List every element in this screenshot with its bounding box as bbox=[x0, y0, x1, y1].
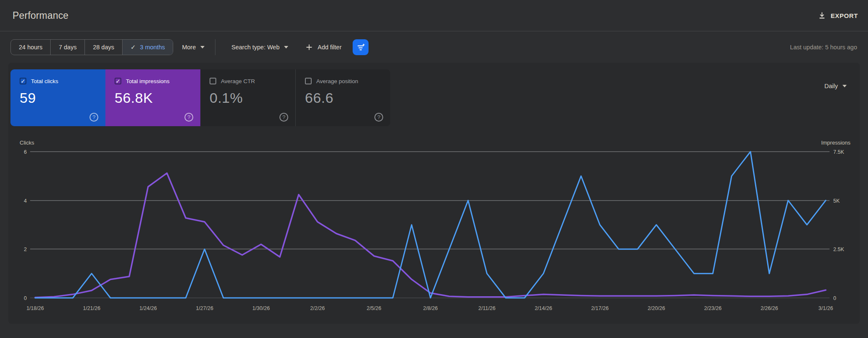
left-axis-tick: 2 bbox=[24, 247, 27, 252]
header-divider bbox=[0, 31, 868, 31]
left-axis-tick: 4 bbox=[24, 198, 27, 204]
add-filter-button[interactable]: Add filter bbox=[305, 43, 341, 51]
metric-card-header: ✓Total clicks bbox=[20, 78, 97, 84]
x-axis-label: 3/1/26 bbox=[819, 305, 833, 311]
tab-24-hours[interactable]: 24 hours bbox=[11, 40, 51, 55]
export-button[interactable]: EXPORT bbox=[818, 11, 858, 20]
right-axis-title: Impressions bbox=[821, 140, 851, 146]
metric-label: Average CTR bbox=[221, 78, 255, 84]
performance-panel: ✓Total clicks59?✓Total impressions56.8K?… bbox=[8, 63, 860, 324]
metric-card-header: Average CTR bbox=[210, 78, 287, 84]
metric-value: 66.6 bbox=[305, 90, 382, 106]
chevron-down-icon bbox=[284, 46, 288, 48]
x-axis-label: 2/20/26 bbox=[648, 305, 665, 311]
x-axis-label: 2/2/26 bbox=[310, 305, 325, 311]
left-axis-tick: 6 bbox=[24, 149, 27, 155]
right-axis-tick: 5K bbox=[833, 198, 840, 204]
metric-cards: ✓Total clicks59?✓Total impressions56.8K?… bbox=[10, 69, 390, 126]
page-title: Performance bbox=[13, 10, 69, 21]
performance-chart[interactable]: ClicksImpressions64207.5K5K2.5K01/18/261… bbox=[8, 138, 860, 318]
checkbox-total-clicks[interactable]: ✓ bbox=[20, 78, 26, 84]
check-icon: ✓ bbox=[131, 43, 136, 51]
x-axis-label: 1/27/26 bbox=[196, 305, 213, 311]
more-label: More bbox=[182, 44, 196, 51]
x-axis-label: 1/24/26 bbox=[139, 305, 157, 311]
help-icon[interactable]: ? bbox=[184, 113, 193, 122]
tab-label: 24 hours bbox=[19, 44, 42, 51]
x-axis-label: 1/30/26 bbox=[252, 305, 270, 311]
left-axis-tick: 0 bbox=[24, 295, 27, 301]
last-update-text: Last update: 5 hours ago bbox=[790, 44, 857, 51]
x-axis-label: 2/8/26 bbox=[423, 305, 438, 311]
more-dropdown[interactable]: More bbox=[182, 44, 205, 51]
metric-card-header: ✓Total impressions bbox=[115, 78, 192, 84]
checkbox-average-ctr[interactable] bbox=[210, 78, 216, 84]
metric-label: Total impressions bbox=[126, 78, 169, 84]
x-axis-label: 1/18/26 bbox=[26, 305, 44, 311]
smart-filter-button[interactable] bbox=[353, 39, 369, 55]
help-icon[interactable]: ? bbox=[374, 113, 383, 122]
x-axis-label: 2/11/26 bbox=[479, 305, 496, 311]
filter-bar: 24 hours7 days28 days✓3 months More Sear… bbox=[10, 39, 857, 55]
x-axis-label: 2/26/26 bbox=[760, 305, 778, 311]
metric-card-total-clicks[interactable]: ✓Total clicks59? bbox=[10, 69, 105, 126]
metric-label: Total clicks bbox=[31, 78, 58, 84]
plus-icon bbox=[305, 43, 313, 51]
metric-label: Average position bbox=[316, 78, 358, 84]
x-axis-label: 2/17/26 bbox=[591, 305, 609, 311]
left-axis-title: Clicks bbox=[20, 140, 34, 146]
metric-card-header: Average position bbox=[305, 78, 382, 84]
add-filter-label: Add filter bbox=[317, 44, 341, 51]
x-axis-label: 2/5/26 bbox=[367, 305, 382, 311]
search-type-dropdown[interactable]: Search type: Web bbox=[231, 44, 288, 51]
x-axis-label: 2/14/26 bbox=[535, 305, 552, 311]
filter-bar-divider bbox=[215, 39, 215, 55]
tab-label: 3 months bbox=[140, 44, 165, 51]
date-range-tabs: 24 hours7 days28 days✓3 months bbox=[10, 39, 173, 55]
download-icon bbox=[818, 11, 826, 20]
interval-label: Daily bbox=[824, 83, 838, 89]
help-icon[interactable]: ? bbox=[279, 113, 288, 122]
right-axis-tick: 2.5K bbox=[833, 247, 844, 252]
metric-value: 59 bbox=[20, 90, 97, 106]
metric-card-average-position[interactable]: Average position66.6? bbox=[295, 69, 390, 126]
interval-dropdown[interactable]: Daily bbox=[824, 83, 847, 89]
x-axis-label: 2/23/26 bbox=[704, 305, 722, 311]
filter-sliders-sparkle-icon bbox=[356, 43, 366, 52]
tab-label: 7 days bbox=[59, 44, 77, 51]
metric-card-total-impressions[interactable]: ✓Total impressions56.8K? bbox=[105, 69, 200, 126]
chevron-down-icon bbox=[200, 46, 205, 48]
chevron-down-icon bbox=[842, 85, 847, 87]
right-axis-tick: 7.5K bbox=[833, 149, 844, 155]
search-type-label: Search type: Web bbox=[231, 44, 279, 51]
metric-card-average-ctr[interactable]: Average CTR0.1%? bbox=[200, 69, 295, 126]
x-axis-label: 1/21/26 bbox=[83, 305, 100, 311]
page-header: Performance EXPORT bbox=[0, 0, 868, 31]
checkbox-total-impressions[interactable]: ✓ bbox=[115, 78, 121, 84]
tab-3-months[interactable]: ✓3 months bbox=[123, 40, 173, 55]
tab-label: 28 days bbox=[93, 44, 114, 51]
export-label: EXPORT bbox=[831, 12, 858, 19]
impressions-line bbox=[35, 173, 826, 297]
tab-7-days[interactable]: 7 days bbox=[51, 40, 85, 55]
clicks-line bbox=[35, 152, 826, 298]
search-console-performance-page: { "header": { "title": "Performance", "e… bbox=[0, 0, 868, 338]
help-icon[interactable]: ? bbox=[90, 113, 98, 122]
metric-value: 0.1% bbox=[210, 90, 287, 106]
tab-28-days[interactable]: 28 days bbox=[85, 40, 123, 55]
checkbox-average-position[interactable] bbox=[305, 78, 312, 84]
metric-value: 56.8K bbox=[115, 90, 192, 106]
right-axis-tick: 0 bbox=[833, 295, 836, 301]
